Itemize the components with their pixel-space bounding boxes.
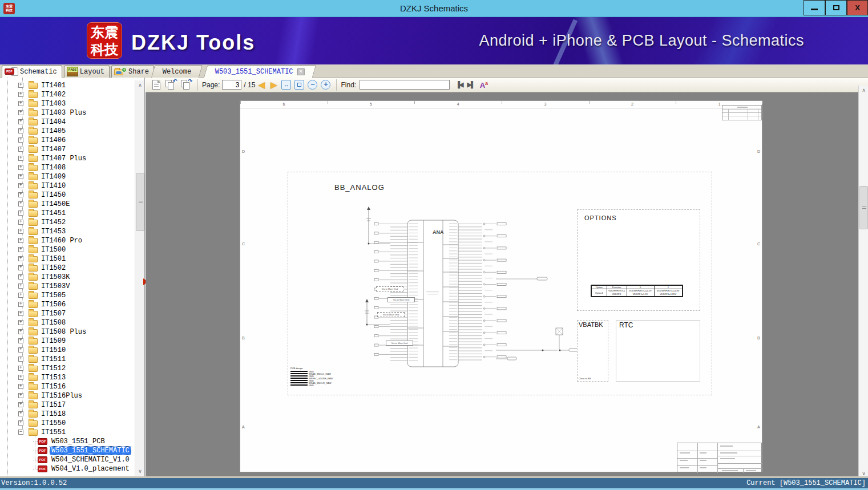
- expand-icon[interactable]: +: [18, 128, 23, 133]
- file-label[interactable]: W503_1551_SCHEMATIC: [50, 447, 131, 455]
- document-tab-welcome[interactable]: Welcome: [151, 65, 203, 78]
- expand-icon[interactable]: +: [18, 329, 23, 334]
- file-label[interactable]: W503_1551_PCB: [50, 438, 106, 446]
- folder-label[interactable]: IT1453: [40, 228, 67, 236]
- expand-icon[interactable]: +: [18, 192, 23, 197]
- folder-label[interactable]: IT1452: [40, 218, 67, 226]
- folder-label[interactable]: IT1451: [40, 209, 67, 217]
- folder-label[interactable]: IT1511: [40, 355, 67, 363]
- expand-icon[interactable]: +: [18, 357, 23, 362]
- expand-icon[interactable]: +: [18, 284, 23, 289]
- folder-label[interactable]: IT1503V: [40, 282, 71, 290]
- expand-icon[interactable]: +: [18, 220, 23, 225]
- expand-icon[interactable]: +: [18, 366, 23, 371]
- scroll-down-icon[interactable]: ∨: [135, 467, 145, 476]
- fit-width-icon[interactable]: ↔: [281, 80, 291, 90]
- fit-page-icon[interactable]: [294, 80, 304, 90]
- expand-icon[interactable]: +: [18, 165, 23, 170]
- tab-share[interactable]: +Share: [111, 65, 154, 78]
- folder-label[interactable]: IT1517: [40, 401, 67, 409]
- maximize-button[interactable]: [825, 0, 847, 15]
- expand-icon[interactable]: +: [18, 183, 23, 188]
- folder-label[interactable]: IT1500: [40, 246, 67, 254]
- folder-label[interactable]: IT1410: [40, 182, 67, 190]
- folder-label[interactable]: IT1501: [40, 255, 67, 263]
- folder-label[interactable]: IT1505: [40, 291, 67, 299]
- folder-label[interactable]: IT1508 Plus: [40, 328, 87, 336]
- folder-label[interactable]: IT1408: [40, 164, 67, 172]
- folder-label[interactable]: IT1516Plus: [40, 392, 83, 400]
- folder-label[interactable]: IT1509: [40, 337, 67, 345]
- expand-icon[interactable]: +: [18, 119, 23, 124]
- expand-icon[interactable]: +: [18, 384, 23, 389]
- single-page-view-icon[interactable]: [152, 80, 160, 90]
- expand-icon[interactable]: +: [18, 201, 23, 206]
- close-tab-icon[interactable]: ×: [297, 68, 305, 75]
- folder-label[interactable]: IT1513: [40, 374, 67, 382]
- expand-icon[interactable]: +: [18, 256, 23, 261]
- rotate-left-icon[interactable]: ↶: [165, 80, 176, 90]
- folder-label[interactable]: IT1403 Plus: [40, 109, 87, 117]
- zoom-in-icon[interactable]: +: [321, 80, 330, 90]
- previous-page-icon[interactable]: ◀: [258, 80, 265, 90]
- sidebar-scrollbar-thumb[interactable]: [136, 173, 144, 231]
- expand-icon[interactable]: +: [18, 229, 23, 234]
- scroll-up-icon[interactable]: ∧: [135, 80, 145, 90]
- folder-label[interactable]: IT1403: [40, 100, 67, 108]
- folder-label[interactable]: IT1518: [40, 410, 67, 418]
- expand-icon[interactable]: +: [18, 265, 23, 270]
- folder-label[interactable]: IT1502: [40, 264, 67, 272]
- main-scrollbar-thumb[interactable]: [859, 186, 868, 229]
- main-scrollbar[interactable]: ∧ ∨: [858, 86, 868, 478]
- expand-icon[interactable]: +: [18, 411, 23, 416]
- expand-icon[interactable]: +: [18, 110, 23, 115]
- zoom-out-icon[interactable]: −: [308, 80, 317, 90]
- close-button[interactable]: X: [847, 0, 868, 15]
- folder-label[interactable]: IT1508: [40, 319, 67, 327]
- file-label[interactable]: W504_V1.0_placement: [50, 465, 131, 473]
- folder-label[interactable]: IT1516: [40, 383, 67, 391]
- expand-icon[interactable]: +: [18, 92, 23, 97]
- document-tab-w503_1551_schematic[interactable]: W503_1551_SCHEMATIC×: [204, 65, 316, 78]
- rotate-right-icon[interactable]: ↷: [180, 80, 191, 90]
- folder-label[interactable]: IT1409: [40, 173, 67, 181]
- folder-label[interactable]: IT1460 Pro: [40, 237, 83, 245]
- folder-label[interactable]: IT1402: [40, 91, 67, 99]
- scroll-up-icon[interactable]: ∧: [859, 86, 868, 95]
- folder-label[interactable]: IT1407: [40, 145, 67, 153]
- expand-icon[interactable]: +: [18, 393, 23, 398]
- expand-icon[interactable]: +: [18, 302, 23, 307]
- folder-label[interactable]: IT1404: [40, 118, 67, 126]
- next-page-icon[interactable]: ▶: [271, 80, 277, 90]
- expand-icon[interactable]: +: [18, 375, 23, 380]
- expand-icon[interactable]: +: [18, 238, 23, 243]
- expand-icon[interactable]: +: [18, 420, 23, 426]
- folder-label[interactable]: IT1406: [40, 136, 67, 144]
- folder-label[interactable]: IT1450: [40, 191, 67, 199]
- folder-label[interactable]: IT1407 Plus: [40, 155, 87, 163]
- tab-schematic[interactable]: PDFSchematic: [2, 65, 62, 78]
- find-previous-icon[interactable]: ▐◀: [455, 81, 462, 88]
- folder-label[interactable]: IT1551: [40, 428, 67, 436]
- folder-label[interactable]: IT1450E: [40, 200, 71, 208]
- folder-label[interactable]: IT1507: [40, 310, 67, 318]
- folder-label[interactable]: IT1512: [40, 365, 67, 372]
- expand-icon[interactable]: +: [18, 137, 23, 143]
- folder-label[interactable]: IT1401: [40, 82, 67, 90]
- match-case-icon[interactable]: Aa: [480, 80, 488, 90]
- expand-icon[interactable]: +: [18, 247, 23, 252]
- minimize-button[interactable]: [804, 0, 825, 15]
- expand-icon[interactable]: +: [18, 320, 23, 325]
- expand-icon[interactable]: +: [18, 147, 23, 152]
- folder-label[interactable]: IT1405: [40, 127, 67, 135]
- page-number-input[interactable]: [222, 80, 241, 90]
- find-input[interactable]: [360, 80, 450, 90]
- folder-label[interactable]: IT1510: [40, 346, 67, 354]
- expand-icon[interactable]: +: [18, 338, 23, 343]
- collapse-icon[interactable]: −: [18, 430, 23, 435]
- folder-label[interactable]: IT1506: [40, 301, 67, 309]
- folder-label[interactable]: IT1503K: [40, 273, 71, 281]
- expand-icon[interactable]: +: [18, 156, 23, 161]
- expand-icon[interactable]: +: [18, 174, 23, 179]
- expand-icon[interactable]: +: [18, 311, 23, 316]
